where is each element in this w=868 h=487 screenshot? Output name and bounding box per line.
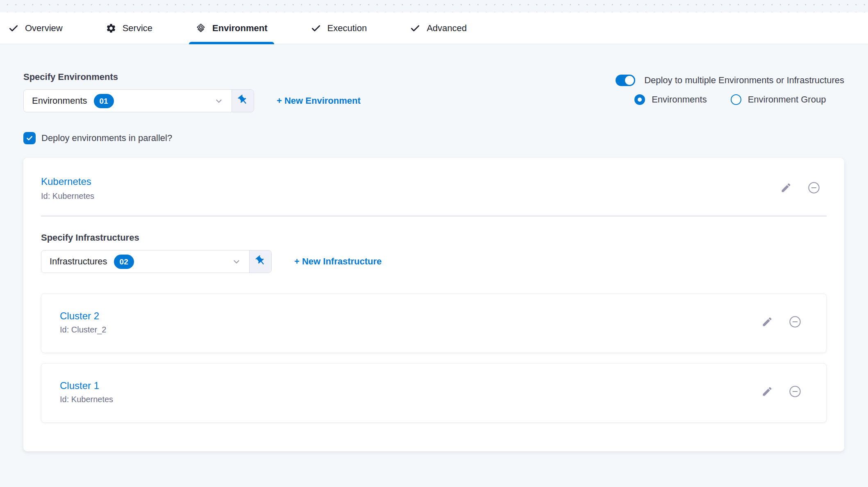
new-environment-link[interactable]: + New Environment <box>277 96 361 106</box>
radio-unselected-icon <box>731 94 741 105</box>
card-divider <box>41 216 827 216</box>
tab-label: Execution <box>327 23 367 34</box>
chevron-down-icon <box>232 257 241 266</box>
infrastructure-actions <box>761 385 802 400</box>
environment-actions <box>780 181 820 196</box>
minus-circle-icon <box>788 385 802 400</box>
radio-environments[interactable]: Environments <box>634 94 707 105</box>
tab-label: Environment <box>212 23 267 34</box>
tab-label: Service <box>123 23 152 34</box>
deploy-parallel-checkbox[interactable] <box>23 132 36 144</box>
infrastructure-entity-info: Cluster 2 Id: Cluster_2 <box>60 310 106 335</box>
radio-environment-group[interactable]: Environment Group <box>731 94 826 105</box>
infrastructure-title-link[interactable]: Cluster 2 <box>60 310 106 322</box>
check-icon <box>410 23 420 34</box>
gear-icon <box>106 23 116 34</box>
tab-environment[interactable]: Environment <box>195 12 267 44</box>
tab-label: Overview <box>25 23 63 34</box>
pin-icon <box>237 94 249 107</box>
pin-infrastructures-button[interactable] <box>250 250 271 273</box>
infrastructure-entity-info: Cluster 1 Id: Kubernetes <box>60 380 113 404</box>
stage-tab-bar: Overview Service Environment Execution <box>0 12 868 44</box>
tab-label: Advanced <box>427 23 467 34</box>
infrastructures-dropdown-label: Infrastructures <box>50 256 107 267</box>
infrastructure-id-text: Id: Kubernetes <box>60 395 113 404</box>
multi-deploy-toggle-label: Deploy to multiple Environments or Infra… <box>644 75 844 86</box>
parallel-checkbox-row: Deploy environments in parallel? <box>23 132 361 144</box>
environment-card: Kubernetes Id: Kubernetes <box>23 158 844 451</box>
pencil-icon <box>761 316 773 329</box>
infrastructures-dropdown[interactable]: Infrastructures 02 <box>41 250 250 273</box>
environment-id-text: Id: Kubernetes <box>41 191 94 201</box>
infrastructures-dropdown-group: Infrastructures 02 <box>41 250 272 273</box>
pin-icon <box>255 255 266 268</box>
radio-environment-group-label: Environment Group <box>748 94 826 105</box>
check-icon <box>8 23 19 34</box>
environments-dropdown-group: Environments 01 <box>23 89 254 112</box>
chevron-down-icon <box>214 96 223 105</box>
new-infrastructure-link[interactable]: + New Infrastructure <box>294 256 382 267</box>
multi-deploy-toggle[interactable] <box>616 75 635 86</box>
infrastructures-picker-row: Infrastructures 02 + New Infrastructure <box>41 250 827 273</box>
multi-deploy-toggle-row: Deploy to multiple Environments or Infra… <box>616 75 844 86</box>
specify-environments-heading: Specify Environments <box>23 71 361 83</box>
infrastructure-list: Cluster 2 Id: Cluster_2 <box>41 294 827 423</box>
remove-infrastructure-button[interactable] <box>788 385 802 400</box>
infrastructure-card: Cluster 1 Id: Kubernetes <box>41 363 827 423</box>
environments-dropdown-label: Environments <box>32 96 87 106</box>
tab-overview[interactable]: Overview <box>8 12 63 44</box>
check-icon <box>311 23 321 34</box>
minus-circle-icon <box>788 315 802 330</box>
radio-selected-icon <box>634 94 645 105</box>
pencil-icon <box>780 182 792 195</box>
tab-advanced[interactable]: Advanced <box>410 12 467 44</box>
multi-deploy-column: Deploy to multiple Environments or Infra… <box>616 75 844 105</box>
environments-dropdown[interactable]: Environments 01 <box>24 90 232 112</box>
remove-infrastructure-button[interactable] <box>788 315 802 330</box>
deploy-parallel-label[interactable]: Deploy environments in parallel? <box>41 133 172 143</box>
environments-count-badge: 01 <box>94 94 114 108</box>
edit-infrastructure-button[interactable] <box>761 386 773 399</box>
environments-picker-row: Environments 01 + New Environmen <box>23 89 361 112</box>
specify-infrastructures-heading: Specify Infrastructures <box>41 232 827 244</box>
infrastructure-actions <box>761 315 802 330</box>
infrastructure-title-link[interactable]: Cluster 1 <box>60 380 113 391</box>
infrastructure-id-text: Id: Cluster_2 <box>60 325 106 335</box>
minus-circle-icon <box>807 181 820 196</box>
environment-title-link[interactable]: Kubernetes <box>41 176 94 187</box>
environment-entity-row: Kubernetes Id: Kubernetes <box>41 176 827 201</box>
infrastructure-card: Cluster 2 Id: Cluster_2 <box>41 294 827 353</box>
toggle-knob <box>625 76 634 85</box>
environments-left-column: Specify Environments Environments 01 <box>23 71 361 144</box>
environment-icon <box>195 23 206 34</box>
infrastructures-count-badge: 02 <box>114 255 134 269</box>
environment-type-radio-row: Environments Environment Group <box>634 94 844 105</box>
environment-tab-page: Overview Service Environment Execution <box>0 0 868 487</box>
tab-service[interactable]: Service <box>106 12 152 44</box>
edit-environment-button[interactable] <box>780 182 792 195</box>
pipeline-canvas-strip <box>0 0 868 12</box>
tab-execution[interactable]: Execution <box>311 12 367 44</box>
edit-infrastructure-button[interactable] <box>761 316 773 329</box>
remove-environment-button[interactable] <box>807 181 820 196</box>
pencil-icon <box>761 386 773 399</box>
pin-environments-button[interactable] <box>232 90 254 112</box>
environment-tab-content: Specify Environments Environments 01 <box>0 44 868 487</box>
environment-entity-info: Kubernetes Id: Kubernetes <box>41 176 94 201</box>
radio-environments-label: Environments <box>652 94 707 105</box>
